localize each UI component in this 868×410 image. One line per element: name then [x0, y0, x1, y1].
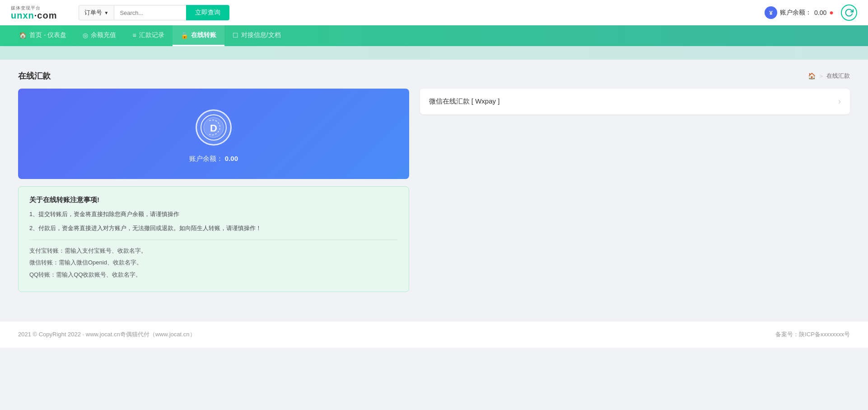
balance-info: ¥ 账户余额： 0.00 ●	[765, 6, 834, 19]
home-icon: 🏠	[19, 32, 27, 39]
header-left: 媒体变现平台 unxn·com 订单号 ▼ 立即查询	[11, 5, 229, 20]
breadcrumb-right: 🏠 > 在线汇款	[808, 72, 850, 80]
refresh-icon	[845, 8, 854, 17]
footer-icp: 备案号：陕ICP备xxxxxxxx号	[775, 330, 850, 339]
page-title: 在线汇款	[18, 71, 51, 81]
payment-card: 微信在线汇款 [ Wxpay ] ›	[420, 89, 850, 114]
logo-bottom: unxn·com	[11, 10, 57, 20]
transfer-icon: 🔒	[181, 32, 188, 39]
notice-item-1: 1、提交转账后，资金将直接扣除您商户余额，请谨慎操作	[29, 210, 398, 219]
notice-divider	[29, 240, 398, 240]
payment-item-wxpay[interactable]: 微信在线汇款 [ Wxpay ] ›	[420, 89, 850, 114]
nav-label-dashboard: 首页 - 仪表盘	[29, 31, 66, 39]
search-type-label: 订单号	[84, 9, 102, 17]
chevron-right-icon: ›	[838, 97, 841, 106]
nav-item-records[interactable]: ≡ 汇款记录	[124, 25, 172, 46]
balance-icon: ¥	[765, 6, 777, 19]
account-card: D 账户余额： 0.00	[18, 89, 409, 179]
breadcrumb-home-icon[interactable]: 🏠	[808, 72, 816, 80]
balance-value: 0.00	[814, 9, 826, 16]
header: 媒体变现平台 unxn·com 订单号 ▼ 立即查询 ¥ 账户余额： 0.00 …	[0, 0, 868, 25]
yuan-icon: ¥	[769, 9, 772, 16]
nav-label-docs: 对接信息/文档	[241, 31, 281, 39]
notice-title: 关于在线转账注意事项!	[29, 196, 398, 204]
breadcrumb: 在线汇款 🏠 > 在线汇款	[18, 71, 850, 81]
docs-icon: ☐	[233, 32, 238, 39]
notice-sub-3: QQ转账：需输入QQ收款账号、收款名字。	[29, 270, 398, 280]
svg-text:D: D	[210, 122, 217, 133]
chevron-down-icon: ▼	[104, 10, 108, 15]
nav-label-records: 汇款记录	[139, 31, 164, 39]
content-grid: D 账户余额： 0.00 关于在线转账注意事项! 1、提交转账后，资金将直接扣除…	[18, 89, 850, 292]
search-area: 订单号 ▼ 立即查询	[79, 5, 229, 20]
balance-dot: ●	[829, 9, 834, 17]
account-logo: D	[196, 109, 232, 146]
nav-item-dashboard[interactable]: 🏠 首页 - 仪表盘	[11, 25, 75, 46]
header-right: ¥ 账户余额： 0.00 ●	[765, 5, 857, 21]
footer: 2021 © CopyRight 2022 · www.jocat.cn奇偶猫代…	[0, 321, 868, 348]
notice-sub-2: 微信转账：需输入微信Openid、收款名字。	[29, 258, 398, 268]
brand-logo-svg: D	[200, 114, 227, 141]
notice-sub-1: 支付宝转账：需输入支付宝账号、收款名字。	[29, 246, 398, 256]
nav-item-recharge[interactable]: ◎ 余额充值	[75, 25, 124, 46]
breadcrumb-current: 在线汇款	[826, 72, 850, 80]
notice-card: 关于在线转账注意事项! 1、提交转账后，资金将直接扣除您商户余额，请谨慎操作 2…	[18, 186, 409, 292]
balance-prefix: 账户余额：	[189, 155, 223, 162]
nav-label-transfer: 在线转账	[191, 31, 216, 39]
nav-item-docs[interactable]: ☐ 对接信息/文档	[224, 25, 289, 46]
bg-strip	[0, 46, 868, 60]
left-panel: D 账户余额： 0.00 关于在线转账注意事项! 1、提交转账后，资金将直接扣除…	[18, 89, 409, 292]
recharge-icon: ◎	[83, 32, 88, 39]
logo-top: 媒体变现平台	[11, 5, 57, 10]
account-balance-label: 账户余额： 0.00	[189, 155, 238, 163]
search-type-select[interactable]: 订单号 ▼	[79, 5, 114, 20]
notice-item-2: 2、付款后，资金将直接进入对方账户，无法撤回或退款。如向陌生人转账，请谨慎操作！	[29, 224, 398, 233]
nav-item-transfer[interactable]: 🔒 在线转账	[173, 25, 224, 46]
nav-bar: 🏠 首页 - 仪表盘 ◎ 余额充值 ≡ 汇款记录 🔒 在线转账 ☐ 对接信息/文…	[0, 25, 868, 46]
payment-label-wxpay: 微信在线汇款 [ Wxpay ]	[429, 97, 500, 106]
balance-label: 账户余额：	[780, 9, 812, 17]
search-input[interactable]	[114, 5, 186, 20]
footer-copyright: 2021 © CopyRight 2022 · www.jocat.cn奇偶猫代…	[18, 330, 196, 339]
records-icon: ≡	[132, 32, 136, 39]
main-content: 在线汇款 🏠 > 在线汇款 D	[0, 60, 868, 303]
nav-label-recharge: 余额充值	[91, 31, 116, 39]
logo-area: 媒体变现平台 unxn·com	[11, 5, 57, 20]
search-button[interactable]: 立即查询	[186, 5, 229, 20]
refresh-button[interactable]	[841, 5, 857, 21]
right-panel: 微信在线汇款 [ Wxpay ] ›	[420, 89, 850, 114]
breadcrumb-separator: >	[819, 73, 823, 80]
balance-amount: 0.00	[225, 155, 238, 162]
